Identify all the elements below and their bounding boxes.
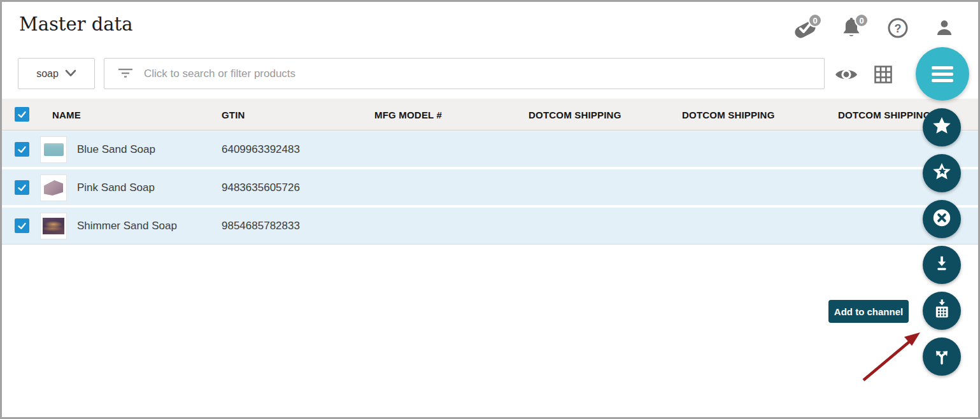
account-button[interactable] (931, 16, 958, 43)
star-filled-icon (931, 115, 953, 139)
column-header-dotcom-shipping-3[interactable]: DOTCOM SHIPPING (838, 99, 931, 131)
favorite-button[interactable] (923, 108, 961, 146)
search-input[interactable] (144, 59, 824, 89)
download-button[interactable] (923, 246, 961, 284)
grid-view-button[interactable] (874, 65, 893, 84)
download-icon (932, 253, 952, 276)
annotation-arrow (855, 323, 925, 387)
notifications-badge: 0 (855, 13, 869, 27)
actions-menu-button[interactable] (916, 47, 969, 101)
grid-view-icon (874, 75, 893, 86)
column-header-gtin[interactable]: GTIN (222, 99, 245, 131)
product-name: Blue Sand Soap (77, 131, 155, 168)
row-checkbox[interactable] (15, 218, 29, 233)
chevron-down-icon (65, 68, 76, 80)
product-gtin: 9483635605726 (222, 169, 300, 206)
approvals-badge: 0 (808, 13, 822, 27)
search-box (104, 58, 825, 89)
add-to-channel-icon (931, 299, 953, 323)
row-checkbox[interactable] (15, 180, 29, 195)
row-checkbox[interactable] (15, 142, 29, 157)
approvals-button[interactable]: 0 (792, 16, 818, 43)
menu-icon (932, 66, 953, 82)
top-icon-bar: 0 0 ? (792, 16, 958, 43)
account-icon (934, 17, 955, 41)
product-thumbnail (40, 213, 67, 239)
svg-text:?: ? (895, 22, 902, 35)
distribute-button[interactable] (923, 337, 961, 376)
filter-icon (117, 66, 134, 82)
unfavorite-button[interactable] (923, 154, 961, 192)
remove-button[interactable] (923, 200, 961, 238)
product-thumbnail (40, 174, 67, 201)
table-row[interactable]: Blue Sand Soap 6409963392483 (2, 131, 978, 168)
notifications-button[interactable]: 0 (838, 16, 865, 43)
help-button[interactable]: ? (884, 16, 911, 43)
eye-icon (834, 75, 859, 86)
branch-split-icon (931, 344, 953, 369)
column-header-dotcom-shipping-2[interactable]: DOTCOM SHIPPING (682, 99, 775, 131)
page-title: Master data (19, 13, 133, 35)
column-header-dotcom-shipping-1[interactable]: DOTCOM SHIPPING (529, 99, 621, 131)
category-dropdown-value: soap (36, 68, 59, 80)
category-dropdown[interactable]: soap (18, 58, 95, 89)
product-gtin: 6409963392483 (222, 131, 300, 168)
help-icon: ? (887, 17, 909, 41)
app-window: Master data 0 0 (0, 0, 980, 419)
table-row[interactable]: Pink Sand Soap 9483635605726 (2, 169, 978, 206)
add-to-channel-tooltip: Add to channel (828, 300, 909, 323)
product-gtin: 9854685782833 (222, 208, 300, 245)
preview-toggle-button[interactable] (834, 65, 859, 84)
product-name: Pink Sand Soap (77, 169, 155, 206)
table-header: NAME GTIN MFG MODEL # DOTCOM SHIPPING DO… (2, 99, 978, 131)
add-to-channel-button[interactable] (923, 292, 961, 330)
select-all-checkbox[interactable] (15, 107, 29, 122)
column-header-mfg-model[interactable]: MFG MODEL # (374, 99, 442, 131)
product-name: Shimmer Sand Soap (77, 208, 177, 245)
star-half-icon (931, 161, 953, 185)
column-header-name[interactable]: NAME (52, 99, 81, 131)
remove-circle-icon (930, 206, 953, 232)
product-thumbnail (40, 136, 67, 163)
table-row[interactable]: Shimmer Sand Soap 9854685782833 (2, 208, 978, 245)
